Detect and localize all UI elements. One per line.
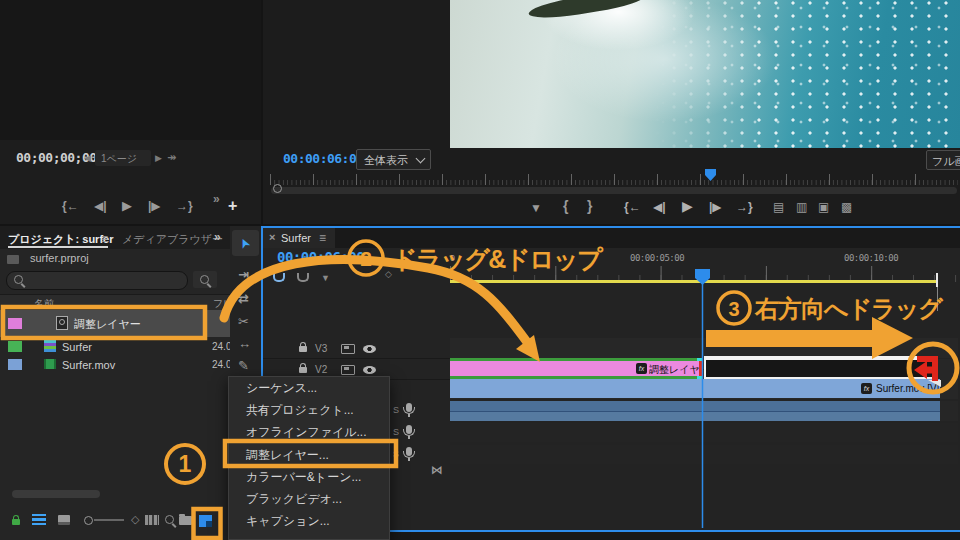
surfer-audio-clip[interactable]	[450, 401, 940, 421]
voiceover-record-icon[interactable]	[406, 447, 412, 456]
menu-item-bars-and-tone[interactable]: カラーバー&トーン...	[229, 466, 389, 488]
timeline-settings-icon[interactable]: ◇	[385, 270, 392, 279]
menu-item-offline-file[interactable]: オフラインファイル...	[229, 422, 389, 444]
menu-item-color-matte[interactable]: カラーマット	[229, 533, 389, 540]
add-marker-icon[interactable]: ▼	[321, 274, 330, 283]
solo-button[interactable]: S	[393, 449, 399, 459]
menu-item-black-video[interactable]: ブラックビデオ...	[229, 488, 389, 510]
automate-to-sequence-icon[interactable]	[145, 515, 159, 525]
new-bin-icon[interactable]	[179, 516, 192, 525]
mark-out-button[interactable]: }	[587, 199, 592, 213]
mark-in-button[interactable]: {	[563, 199, 568, 213]
menu-item-shared-project[interactable]: 共有プロジェクト...	[229, 399, 389, 421]
program-scroll-track[interactable]	[271, 187, 957, 194]
add-button[interactable]: +	[228, 198, 237, 214]
lane-v3[interactable]	[450, 338, 958, 358]
comparison-view-button[interactable]: ▩	[841, 201, 852, 213]
panel-menu-icon[interactable]: ≡	[101, 233, 108, 245]
voiceover-record-icon[interactable]	[406, 403, 412, 412]
step-back-button[interactable]: ◀|	[653, 201, 666, 213]
new-item-button[interactable]	[199, 515, 212, 527]
lift-button[interactable]: ▤	[773, 201, 784, 213]
voiceover-record-icon[interactable]	[406, 425, 412, 434]
close-icon[interactable]: ×	[269, 232, 275, 243]
search-input[interactable]	[6, 271, 188, 290]
export-frame-button[interactable]: ▣	[818, 201, 829, 213]
zoom-slider-track[interactable]	[94, 519, 124, 521]
tab-overflow-icon[interactable]: »	[214, 231, 221, 243]
go-to-out-button[interactable]: →}	[736, 201, 753, 213]
pen-tool-button[interactable]: ✎	[238, 359, 249, 372]
marker-button[interactable]: ▼	[530, 202, 542, 214]
zoom-slider-knob[interactable]	[84, 516, 93, 525]
zoom-level-select[interactable]: 全体表示	[356, 149, 431, 170]
program-timecode[interactable]: 00:00:06:00	[283, 151, 364, 166]
track-lock-icon[interactable]	[299, 346, 307, 352]
navigate-up-icon[interactable]	[7, 255, 19, 264]
project-row-surfer-mov[interactable]: Surfer.mov 24.0	[0, 355, 230, 373]
snap-toggle-icon[interactable]	[273, 273, 285, 282]
sync-lock-icon[interactable]	[341, 365, 355, 375]
tab-media-browser[interactable]: メディアブラウザー	[122, 232, 223, 247]
panel-menu-icon[interactable]: ≡	[319, 232, 326, 244]
razor-tool-button[interactable]: ✂	[238, 315, 249, 328]
track-output-eye-icon[interactable]	[363, 366, 376, 374]
step-forward-button[interactable]: |▶	[709, 201, 722, 213]
list-view-button[interactable]	[32, 514, 46, 525]
adjustment-layer-trim-preview[interactable]	[704, 356, 937, 381]
program-scroll-knob[interactable]	[273, 184, 282, 193]
work-area-bar[interactable]	[450, 280, 937, 283]
project-breadcrumb[interactable]: surfer.prproj	[30, 252, 89, 264]
column-name[interactable]: 名前	[34, 297, 54, 311]
selection-tool-button[interactable]: ➤	[232, 230, 259, 256]
project-row-surfer-sequence[interactable]: Surfer 24.0	[0, 337, 230, 355]
find-button[interactable]	[193, 271, 217, 288]
menu-item-captions[interactable]: キャプション...	[229, 511, 389, 533]
project-row-adjustment-layer[interactable]: 調整レイヤー	[0, 310, 230, 337]
page-selector[interactable]: 1ページ	[95, 150, 151, 166]
play-button[interactable]: ▶	[682, 199, 693, 213]
play-button[interactable]: ▶	[122, 199, 132, 212]
icon-view-button[interactable]	[58, 515, 70, 525]
project-writable-lock-icon[interactable]	[12, 519, 20, 525]
linked-selection-icon[interactable]	[297, 273, 309, 282]
step-forward-button[interactable]: |▶	[148, 200, 161, 212]
track-output-eye-icon[interactable]	[363, 345, 376, 353]
playback-quality-select[interactable]: フル画	[926, 150, 960, 170]
label-color-chip[interactable]	[8, 359, 22, 370]
menu-item-adjustment-layer[interactable]: 調整レイヤー...	[229, 444, 389, 466]
overflow-button[interactable]: »	[213, 193, 220, 205]
find-icon[interactable]	[165, 515, 174, 524]
track-lock-icon[interactable]	[299, 367, 307, 373]
sort-icon[interactable]: ◇	[131, 514, 139, 525]
track-select-tool-button[interactable]: ⇥	[238, 268, 249, 281]
next-page-icon[interactable]: ▶	[155, 154, 162, 163]
menu-item-sequence[interactable]: シーケンス...	[229, 377, 389, 399]
timeline-timecode[interactable]: 00:00:06:00	[277, 249, 364, 265]
project-scrollbar-thumb[interactable]	[12, 490, 100, 498]
ripple-edit-tool-button[interactable]: ⇄	[238, 292, 249, 305]
extract-button[interactable]: ▥	[796, 201, 807, 213]
adjustment-layer-clip[interactable]: fx 調整レイヤー	[450, 358, 702, 379]
tab-project[interactable]: プロジェクト: surfer	[8, 232, 113, 247]
track-header-v3[interactable]: V3	[263, 338, 450, 359]
program-ruler[interactable]	[270, 174, 958, 185]
solo-button[interactable]: S	[393, 405, 399, 415]
audio-mix-icon[interactable]: ⋈	[431, 464, 443, 476]
lane-a2[interactable]	[450, 423, 958, 442]
go-to-in-button[interactable]: {←	[624, 201, 641, 213]
lane-a3[interactable]	[450, 445, 958, 464]
label-color-chip[interactable]	[8, 341, 22, 352]
sync-lock-icon[interactable]	[341, 344, 355, 354]
surfer-video-clip[interactable]: fx Surfer.mov [V]	[450, 379, 940, 398]
solo-button[interactable]: S	[393, 427, 399, 437]
go-to-in-button[interactable]: {←	[62, 200, 79, 212]
timeline-tab-surfer[interactable]: × Surfer ≡	[263, 228, 335, 248]
slip-tool-button[interactable]: ↔	[238, 337, 251, 350]
prev-page-icon[interactable]: ◀	[84, 154, 91, 163]
skip-end-icon[interactable]: ↠	[167, 152, 176, 163]
label-color-chip[interactable]	[8, 318, 22, 329]
project-bottom-bar: ◇	[0, 508, 230, 540]
go-to-out-button[interactable]: →}	[176, 200, 193, 212]
step-back-button[interactable]: ◀|	[94, 200, 107, 212]
